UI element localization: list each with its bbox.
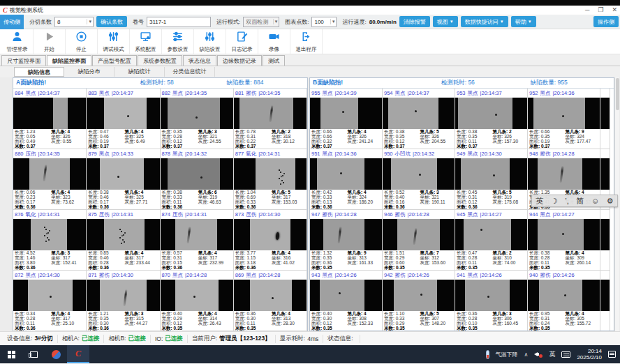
defect-image[interactable] — [600, 98, 610, 129]
defect-image[interactable] — [455, 98, 527, 129]
defect-image[interactable] — [455, 219, 527, 250]
defect-image[interactable] — [310, 98, 382, 129]
subtab-1[interactable]: 缺陷分布 — [64, 67, 115, 77]
defect-cell[interactable]: 952 黑点 |20:14:36 长度: 0.66 宽度: 0.35 面积: 0… — [528, 89, 600, 149]
action-play-button[interactable]: 开始 — [34, 29, 66, 54]
defect-cell[interactable]: 876 氧化 |20:14:31 长度: 4.52 宽度: 1.46 面积: 3… — [13, 210, 87, 271]
slit-count-select[interactable]: 8 ▾ — [54, 17, 94, 27]
action-camera-button[interactable]: 录像 — [258, 29, 290, 54]
defect-image[interactable] — [87, 158, 159, 190]
data-quick-access-menu-button[interactable]: 数据快捷访问▼ — [461, 16, 508, 27]
volume-icon[interactable] — [534, 351, 542, 358]
defect-image[interactable] — [600, 219, 610, 250]
tab-4[interactable]: 状态信息 — [183, 55, 216, 66]
defect-cell[interactable]: 875 压伤 |20:14:31 长度: 0.85 宽度: 0.46 面积: 0… — [87, 210, 160, 271]
defect-image[interactable] — [13, 280, 86, 311]
action-log-button[interactable]: 日志记录 — [226, 29, 258, 54]
defect-image[interactable] — [234, 98, 307, 129]
defect-image[interactable] — [383, 158, 455, 190]
drive-side-button[interactable]: 传动侧 — [0, 15, 24, 29]
maximize-icon[interactable]: ❐ — [598, 6, 603, 14]
tab-6[interactable]: 测试 — [263, 55, 285, 66]
defect-image[interactable] — [13, 219, 86, 250]
action-sliders-h-button[interactable]: 参数设置 — [162, 29, 194, 54]
defect-cell[interactable]: 881 擦伤 |20:14:35 长度: 0.78 宽度: 0.31 面积: 0… — [234, 89, 307, 149]
defect-image[interactable] — [383, 219, 455, 250]
defect-image[interactable] — [383, 280, 455, 311]
clear-alarm-button[interactable]: 清除报警 — [399, 16, 430, 27]
defect-image[interactable] — [383, 98, 455, 129]
ime-fullhalf-moon-icon[interactable]: ☽ — [551, 195, 558, 206]
ime-toolbar[interactable]: 英☽’,简☺⚙ — [531, 195, 618, 207]
defect-cell[interactable]: 882 黑点 |20:14:35 长度: 0.35 宽度: 0.28 面积: 0… — [161, 89, 234, 149]
taskbar-app-inspection[interactable]: C — [67, 345, 89, 363]
tab-1[interactable]: 缺陷监控界面 — [47, 55, 91, 66]
defect-cell[interactable]: 873 压伤 |20:14:30 长度: 3.77 宽度: 1.15 面积: 3… — [234, 210, 307, 271]
touch-keyboard-icon[interactable] — [561, 351, 570, 358]
ime-settings-gear-icon[interactable]: ⚙ — [607, 195, 614, 206]
defect-image[interactable] — [310, 280, 382, 311]
tab-5[interactable]: 边缘数据记录 — [217, 55, 262, 66]
defect-image[interactable] — [310, 219, 382, 250]
subtab-2[interactable]: 缺陷统计 — [115, 67, 165, 77]
defect-cell[interactable]: 953 黑点 |20:14:37 长度: 0.38 宽度: 0.35 面积: 0… — [455, 89, 528, 149]
defect-image[interactable] — [528, 158, 600, 190]
task-view-button[interactable] — [22, 345, 45, 363]
hidden-icons-chevron-icon[interactable]: ∧ — [524, 351, 529, 358]
help-menu-button[interactable]: 帮助▼ — [511, 16, 536, 27]
tab-0[interactable]: 尺寸监控界面 — [1, 55, 46, 66]
defect-cell[interactable]: 950 小凹坑 |20:14:32 长度: 0.52 宽度: 0.40 面积: … — [383, 149, 455, 210]
defect-cell[interactable]: 871 擦伤 |20:14:30 长度: 1.21 宽度: 0.35 面积: 0… — [87, 271, 160, 331]
defect-image[interactable] — [234, 219, 307, 250]
defect-cell[interactable]: 947 擦伤 |20:14:28 长度: 1.32 宽度: 0.35 面积: 0… — [310, 210, 383, 271]
action-monitor-button[interactable]: 系统配置 — [130, 29, 162, 54]
taskbar-app-1[interactable] — [45, 345, 67, 363]
defect-cell[interactable]: 955 黑点 |20:14:39 长度: 0.66 宽度: 0.66 面积: 0… — [310, 89, 383, 149]
taskbar-clock[interactable]: 20:14 2025/2/10 — [577, 348, 602, 361]
chart-points-select[interactable]: 100 ▾ — [311, 17, 337, 27]
tab-2[interactable]: 产品型号配置 — [92, 55, 137, 66]
defect-image[interactable] — [600, 280, 610, 311]
defect-cell[interactable]: 874 压伤 |20:14:31 长度: 0.57 宽度: 0.31 面积: 0… — [161, 210, 234, 271]
ime-lang-mode[interactable]: 英 — [536, 195, 543, 206]
defect-cell[interactable]: 870 黑点 |20:14:28 长度: 0.40 宽度: 0.29 面积: 0… — [161, 271, 234, 331]
action-sliders-v-button[interactable]: 缺陷设置 — [194, 29, 226, 54]
defect-cell[interactable]: 946 擦伤 |20:14:28 长度: 1.51 宽度: 0.29 面积: 0… — [383, 210, 455, 271]
operate-side-button[interactable]: 操作侧 — [593, 16, 619, 27]
scrollbar-thumb[interactable] — [616, 78, 619, 110]
defect-cell[interactable]: 877 氧化 |20:14:31 长度: 1.04 宽度: 0.69 面积: 0… — [234, 149, 307, 210]
defect-cell[interactable]: 883 黑点 |20:14:37 长度: 0.47 宽度: 0.46 面积: 0… — [87, 89, 160, 149]
defect-cell[interactable]: 942 擦伤 |20:14:26 长度: 1.10 宽度: 0.33 面积: 0… — [383, 271, 455, 331]
defect-image[interactable] — [161, 98, 233, 129]
defect-cell[interactable]: 944 黑点 |20:14:27 长度: 0.38 宽度: 0.28 面积: 0… — [528, 210, 600, 271]
defect-cell[interactable]: 945 黑点 |20:14:27 长度: 0.47 宽度: 0.28 面积: 0… — [455, 210, 528, 271]
subtab-3[interactable]: 分类信息统计 — [165, 67, 215, 77]
action-user-button[interactable]: 管理登录 — [1, 29, 34, 54]
ime-punctuation-icon[interactable]: ’, — [565, 195, 569, 206]
defect-cell[interactable]: 880 压伤 |20:14:35 长度: 0.06 宽度: 0.23 面积: 0… — [13, 149, 87, 210]
defect-cell[interactable]: 869 黑点 |20:14:28 长度: 0.36 宽度: 0.30 面积: 0… — [234, 271, 307, 331]
close-icon[interactable]: ✕ — [612, 6, 617, 14]
defect-cell[interactable]: 879 黑点 |20:14:33 长度: 0.38 宽度: 0.46 面积: 0… — [87, 149, 160, 210]
confirm-count-button[interactable]: 确认条数 — [96, 16, 127, 27]
defect-image[interactable] — [600, 158, 610, 190]
defect-image[interactable] — [87, 280, 159, 311]
defect-image[interactable] — [161, 280, 233, 311]
defect-image[interactable] — [455, 158, 527, 190]
action-center-icon[interactable] — [608, 351, 616, 358]
defect-image[interactable] — [455, 280, 527, 311]
defect-image[interactable] — [234, 280, 307, 311]
defect-image[interactable] — [310, 158, 382, 190]
tab-3[interactable]: 系统参数配置 — [138, 55, 182, 66]
defect-image[interactable] — [528, 98, 600, 129]
defect-image[interactable] — [13, 158, 86, 190]
start-button[interactable] — [0, 345, 22, 363]
action-exit-button[interactable]: 退出程序 — [290, 29, 323, 54]
weather-thermometer-icon[interactable] — [486, 350, 489, 359]
ime-emoji-icon[interactable]: ☺ — [591, 195, 599, 206]
action-tune-button[interactable]: 调试模式 — [98, 29, 130, 54]
language-indicator[interactable]: 英 — [549, 350, 555, 359]
defect-image[interactable] — [161, 158, 233, 190]
defect-cell[interactable]: 941 黑点 |20:14:26 长度: 0.36 宽度: 0.28 面积: 0… — [455, 271, 528, 331]
defect-cell[interactable]: 872 黑点 |20:14:30 长度: 0.34 宽度: 0.28 面积: 0… — [13, 271, 87, 331]
